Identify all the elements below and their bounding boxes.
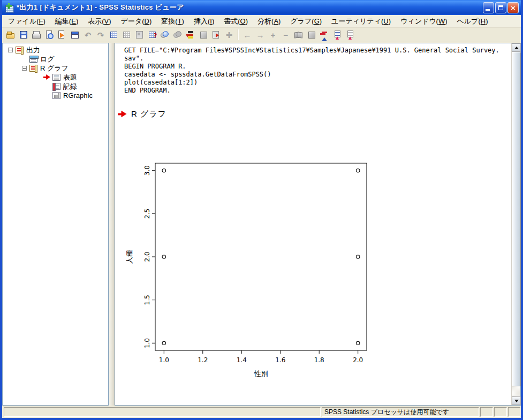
find-button[interactable]	[158, 29, 171, 41]
title-bar: *出力1 [ドキュメント1] - SPSS Statistics ビューア ×	[2, 0, 521, 15]
select-cases-button[interactable]	[210, 29, 223, 41]
window-title: *出力1 [ドキュメント1] - SPSS Statistics ビューア	[17, 3, 483, 12]
goto-data-button[interactable]	[107, 29, 120, 41]
goto-data-icon	[110, 32, 117, 38]
tree-item-label: 出力	[26, 45, 40, 55]
menu-utilities[interactable]: ユーティリティ(U)	[327, 15, 396, 28]
menu-transform[interactable]: 変換(T)	[156, 15, 189, 28]
title-icon	[52, 74, 60, 81]
page-break-button[interactable]	[318, 29, 331, 41]
weight-cases-button[interactable]: ✚	[223, 29, 236, 41]
main-area: 出力ログR グラフ表題記録RGraphic GET FILE="C:¥Progr…	[2, 42, 521, 406]
minimize-button[interactable]	[483, 2, 494, 13]
current-item-arrow-icon	[43, 75, 51, 80]
tree-item-label: 表題	[63, 73, 77, 82]
menu-file[interactable]: ファイル(F)	[3, 15, 50, 28]
tree-item-title[interactable]: 表題	[4, 73, 107, 82]
tree-item-notes[interactable]: 記録	[4, 82, 107, 91]
status-panel-1	[480, 407, 493, 417]
export-icon	[58, 30, 66, 39]
content-wrap: GET FILE="C:¥Program Files¥SPSSInc¥Stati…	[115, 43, 521, 406]
status-panel-left	[4, 407, 321, 417]
collapse-button[interactable]: −	[279, 29, 292, 41]
notes-icon	[52, 83, 60, 90]
find-next-button[interactable]	[171, 29, 184, 41]
svg-text:1.0: 1.0	[159, 356, 169, 364]
svg-text:2.0: 2.0	[143, 251, 151, 262]
pane-splitter[interactable]	[109, 43, 115, 406]
spss-app-icon	[5, 3, 14, 12]
open-icon	[6, 30, 15, 39]
tree-item-label: ログ	[40, 55, 55, 64]
menu-analyze[interactable]: 分析(A)	[253, 15, 285, 28]
collapse-expander-icon[interactable]	[22, 66, 27, 71]
insert-heading-button[interactable]	[331, 29, 344, 41]
scrollbar-track[interactable]	[512, 386, 520, 396]
goto-case-button[interactable]	[120, 29, 133, 41]
export-button[interactable]	[56, 29, 69, 41]
scrollbar-thumb[interactable]	[512, 52, 521, 386]
svg-text:1.5: 1.5	[143, 295, 151, 305]
tree-item-rgraphic[interactable]: RGraphic	[4, 91, 107, 100]
output-icon	[16, 47, 24, 54]
tree-item-label: R グラフ	[40, 64, 69, 73]
print-preview-button[interactable]	[43, 29, 56, 41]
print-button[interactable]	[30, 29, 43, 41]
hide-button[interactable]	[305, 29, 318, 41]
menu-graphs[interactable]: グラフ(G)	[285, 15, 327, 28]
promote-button[interactable]: ←	[241, 29, 254, 41]
svg-text:人種: 人種	[125, 250, 133, 264]
r-scatter-plot[interactable]: 1.01.21.41.61.82.01.01.52.02.53.0性別人種	[123, 155, 391, 380]
menu-insert[interactable]: 挿入(I)	[189, 15, 219, 28]
weight-cases-icon: ✚	[226, 31, 233, 39]
current-item-arrow-icon	[118, 111, 127, 117]
r-graph-heading: R グラフ	[119, 109, 511, 119]
goto-case-icon	[123, 32, 130, 38]
menu-edit[interactable]: 編集(E)	[50, 15, 83, 28]
outline-pane: 出力ログR グラフ表題記録RGraphic	[2, 43, 109, 406]
use-variable-sets-button[interactable]	[184, 29, 197, 41]
maximize-button[interactable]	[495, 2, 506, 13]
menu-data[interactable]: データ(D)	[116, 15, 157, 28]
insert-text-button[interactable]	[344, 29, 357, 41]
recall-dialog-button[interactable]	[69, 29, 81, 41]
tree-item-log[interactable]: ログ	[4, 55, 107, 64]
vertical-scrollbar	[511, 43, 520, 405]
show-results-button[interactable]	[197, 29, 210, 41]
menu-view[interactable]: 表示(V)	[83, 15, 116, 28]
menu-bar: ファイル(F)編集(E)表示(V)データ(D)変換(T)挿入(I)書式(O)分析…	[2, 15, 521, 28]
collapse-icon: −	[284, 31, 289, 39]
heading-label: R グラフ	[131, 109, 166, 119]
tree-item-output[interactable]: 出力	[4, 45, 107, 55]
close-button[interactable]: ×	[507, 2, 519, 13]
variable-info-button[interactable]	[146, 29, 158, 41]
content-pane: GET FILE="C:¥Program Files¥SPSSInc¥Stati…	[115, 43, 511, 405]
demote-button[interactable]: →	[254, 29, 267, 41]
toolbar-separator	[238, 29, 239, 40]
redo-button[interactable]: ↷	[94, 29, 107, 41]
menu-format[interactable]: 書式(O)	[219, 15, 253, 28]
undo-button[interactable]: ↶	[81, 29, 94, 41]
tree-item-r-graph[interactable]: R グラフ	[4, 64, 107, 73]
svg-text:3.0: 3.0	[143, 165, 151, 175]
menu-window[interactable]: ウィンドウ(W)	[396, 15, 452, 28]
find-next-icon	[173, 30, 182, 39]
tree-item-label: 記録	[63, 82, 77, 91]
collapse-expander-icon[interactable]	[8, 48, 13, 52]
scroll-up-button[interactable]	[512, 43, 521, 52]
svg-text:1.0: 1.0	[143, 338, 151, 348]
status-panel-2	[494, 407, 507, 417]
svg-text:1.8: 1.8	[314, 356, 324, 364]
page-break-icon	[320, 30, 329, 39]
svg-text:性別: 性別	[254, 370, 268, 378]
open-button[interactable]	[4, 29, 17, 41]
status-message: SPSS Statistics プロセッサは使用可能です	[322, 407, 479, 417]
use-variable-sets-icon	[186, 30, 195, 39]
expand-button[interactable]: +	[267, 29, 279, 41]
save-button[interactable]	[17, 29, 30, 41]
scroll-down-button[interactable]	[512, 396, 521, 405]
menu-help[interactable]: ヘルプ(H)	[452, 15, 493, 28]
show-button[interactable]	[292, 29, 305, 41]
variables-button[interactable]	[133, 29, 146, 41]
select-cases-icon	[212, 30, 221, 39]
